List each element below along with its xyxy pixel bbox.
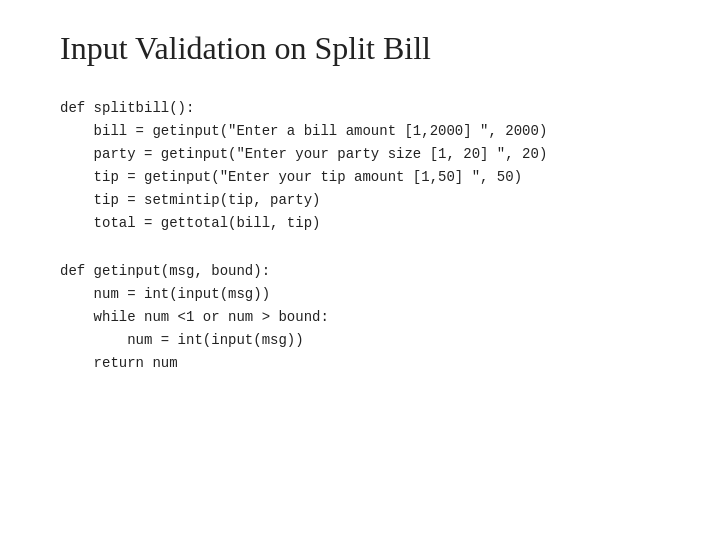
code-section-2: def getinput(msg, bound): num = int(inpu… — [60, 260, 660, 375]
code-section-1: def splitbill(): bill = getinput("Enter … — [60, 97, 660, 236]
code-block-1: def splitbill(): bill = getinput("Enter … — [60, 97, 660, 236]
code-block-2: def getinput(msg, bound): num = int(inpu… — [60, 260, 660, 375]
page-title: Input Validation on Split Bill — [60, 30, 660, 67]
page-container: Input Validation on Split Bill def split… — [0, 0, 720, 540]
